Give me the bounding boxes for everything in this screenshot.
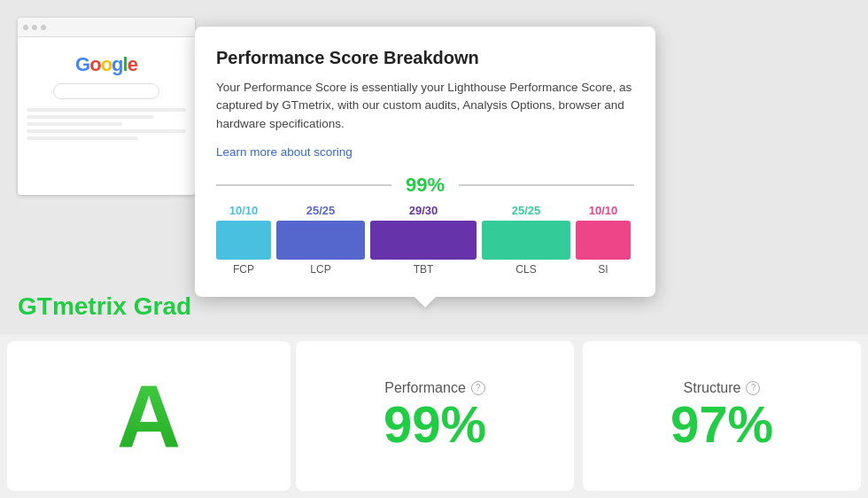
score-section: 99% 10/10 FCP 25/25 LCP 29/30 TBT 25/25 (216, 174, 634, 276)
metric-tbt: 29/30 TBT (370, 204, 477, 276)
score-line-right (459, 184, 634, 186)
learn-more-link[interactable]: Learn more about scoring (216, 145, 353, 159)
bottom-cards: A Performance ? 99% Structure ? 97% (0, 334, 868, 498)
grade-label: GTmetrix Grad (18, 292, 191, 321)
browser-dot-1 (23, 25, 28, 30)
si-label: SI (598, 263, 608, 276)
browser-screenshot: Google (18, 18, 195, 195)
structure-value: 97% (670, 396, 773, 453)
structure-label: Structure ? (684, 380, 761, 396)
structure-card: Structure ? 97% (583, 341, 861, 491)
lcp-bar (276, 221, 365, 260)
performance-question-mark[interactable]: ? (471, 381, 485, 395)
score-line-left (216, 184, 391, 186)
browser-lines (27, 108, 186, 144)
fcp-bar (216, 221, 271, 260)
performance-card: Performance ? 99% (296, 341, 574, 491)
browser-line-2 (27, 115, 154, 119)
metrics-row: 10/10 FCP 25/25 LCP 29/30 TBT 25/25 CLS … (216, 204, 634, 276)
lcp-score: 25/25 (306, 204, 336, 217)
structure-question-mark[interactable]: ? (746, 381, 760, 395)
fcp-score: 10/10 (229, 204, 259, 217)
tbt-bar (370, 221, 477, 260)
browser-content: Google (18, 37, 195, 152)
score-percent: 99% (391, 174, 459, 197)
score-bar-container: 99% (216, 174, 634, 197)
google-logo: Google (75, 53, 137, 76)
metric-lcp: 25/25 LCP (276, 204, 365, 276)
cls-label: CLS (515, 263, 536, 276)
tbt-score: 29/30 (409, 204, 438, 217)
browser-line-1 (27, 108, 186, 112)
fcp-label: FCP (233, 263, 254, 276)
popup-title: Performance Score Breakdown (216, 48, 634, 68)
metric-cls: 25/25 CLS (482, 204, 570, 276)
popup-description: Your Performance Score is essentially yo… (216, 79, 634, 133)
performance-value: 99% (384, 396, 486, 453)
si-score: 10/10 (589, 204, 618, 217)
grade-card: A (7, 341, 291, 491)
browser-line-3 (27, 122, 122, 126)
tbt-label: TBT (414, 263, 434, 276)
metric-fcp: 10/10 FCP (216, 204, 271, 276)
performance-label: Performance ? (384, 380, 485, 396)
metric-si: 10/10 SI (576, 204, 631, 276)
popup-tail (415, 297, 436, 307)
browser-dot-3 (41, 25, 46, 30)
browser-line-4 (27, 129, 186, 133)
browser-search-bar (53, 83, 159, 99)
browser-line-5 (27, 136, 138, 140)
performance-popup: Performance Score Breakdown Your Perform… (195, 27, 655, 297)
browser-bar (18, 18, 195, 37)
si-bar (576, 221, 631, 260)
browser-dot-2 (32, 25, 37, 30)
cls-score: 25/25 (512, 204, 541, 217)
grade-letter: A (117, 372, 181, 461)
cls-bar (482, 221, 570, 260)
lcp-label: LCP (310, 263, 330, 276)
